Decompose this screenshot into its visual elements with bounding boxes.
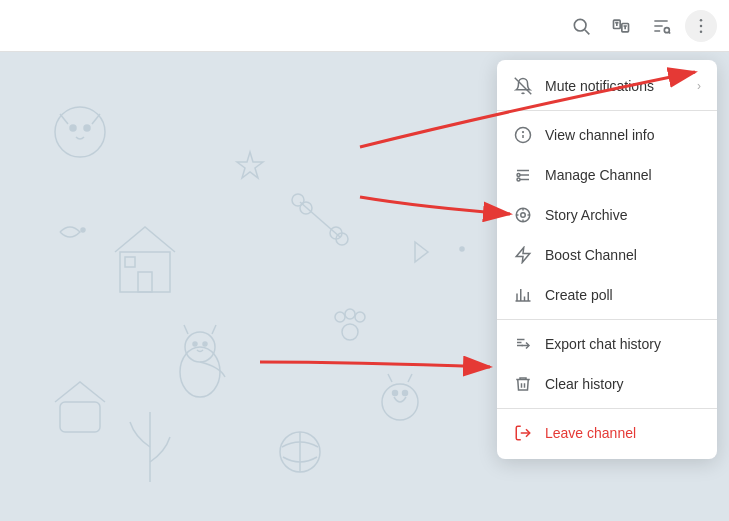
info-icon bbox=[513, 125, 533, 145]
mute-notifications-item[interactable]: Mute notifications › bbox=[497, 66, 717, 106]
svg-rect-34 bbox=[60, 402, 100, 432]
svg-point-8 bbox=[700, 30, 703, 33]
context-menu: Mute notifications › View channel info bbox=[497, 60, 717, 459]
more-button[interactable] bbox=[685, 10, 717, 42]
clear-history-label: Clear history bbox=[545, 376, 701, 392]
divider-1 bbox=[497, 110, 717, 111]
svg-point-10 bbox=[70, 125, 76, 131]
clear-history-icon bbox=[513, 374, 533, 394]
story-archive-icon bbox=[513, 205, 533, 225]
svg-point-28 bbox=[355, 312, 365, 322]
svg-point-18 bbox=[203, 342, 207, 346]
leave-icon bbox=[513, 423, 533, 443]
svg-point-7 bbox=[700, 24, 703, 27]
boost-icon bbox=[513, 245, 533, 265]
svg-point-11 bbox=[84, 125, 90, 131]
manage-channel-item[interactable]: Manage Channel bbox=[497, 155, 717, 195]
svg-line-19 bbox=[300, 202, 340, 237]
svg-point-47 bbox=[521, 213, 526, 218]
mute-icon bbox=[513, 76, 533, 96]
svg-point-32 bbox=[393, 391, 398, 396]
divider-3 bbox=[497, 408, 717, 409]
leave-channel-label: Leave channel bbox=[545, 425, 701, 441]
svg-point-33 bbox=[403, 391, 408, 396]
view-channel-info-label: View channel info bbox=[545, 127, 701, 143]
poll-icon bbox=[513, 285, 533, 305]
boost-channel-label: Boost Channel bbox=[545, 247, 701, 263]
svg-marker-48 bbox=[516, 248, 530, 263]
header bbox=[0, 0, 729, 52]
story-archive-label: Story Archive bbox=[545, 207, 701, 223]
svg-point-25 bbox=[342, 324, 358, 340]
mute-chevron: › bbox=[697, 79, 701, 93]
manage-channel-icon bbox=[513, 165, 533, 185]
manage-channel-label: Manage Channel bbox=[545, 167, 701, 183]
chat-background: Mute notifications › View channel info bbox=[0, 52, 729, 521]
svg-line-37 bbox=[515, 78, 532, 95]
svg-line-1 bbox=[585, 29, 590, 34]
export-icon bbox=[513, 334, 533, 354]
create-poll-item[interactable]: Create poll bbox=[497, 275, 717, 315]
create-poll-label: Create poll bbox=[545, 287, 701, 303]
svg-line-5 bbox=[669, 32, 670, 33]
svg-point-30 bbox=[460, 247, 464, 251]
view-channel-info-item[interactable]: View channel info bbox=[497, 115, 717, 155]
story-archive-item[interactable]: Story Archive bbox=[497, 195, 717, 235]
svg-rect-14 bbox=[125, 257, 135, 267]
translate-button[interactable] bbox=[605, 10, 637, 42]
export-chat-item[interactable]: Export chat history bbox=[497, 324, 717, 364]
svg-point-9 bbox=[55, 107, 105, 157]
svg-point-24 bbox=[81, 228, 85, 232]
svg-point-26 bbox=[335, 312, 345, 322]
channel-button[interactable] bbox=[645, 10, 677, 42]
leave-channel-item[interactable]: Leave channel bbox=[497, 413, 717, 453]
divider-2 bbox=[497, 319, 717, 320]
boost-channel-item[interactable]: Boost Channel bbox=[497, 235, 717, 275]
mute-notifications-label: Mute notifications bbox=[545, 78, 685, 94]
svg-point-0 bbox=[574, 19, 586, 31]
svg-point-44 bbox=[517, 174, 520, 177]
export-chat-label: Export chat history bbox=[545, 336, 701, 352]
svg-point-15 bbox=[180, 347, 220, 397]
clear-history-item[interactable]: Clear history bbox=[497, 364, 717, 404]
svg-rect-13 bbox=[138, 272, 152, 292]
svg-point-27 bbox=[345, 309, 355, 319]
search-button[interactable] bbox=[565, 10, 597, 42]
svg-point-4 bbox=[664, 27, 669, 32]
svg-point-45 bbox=[517, 178, 520, 181]
svg-point-6 bbox=[700, 18, 703, 21]
svg-point-17 bbox=[193, 342, 197, 346]
